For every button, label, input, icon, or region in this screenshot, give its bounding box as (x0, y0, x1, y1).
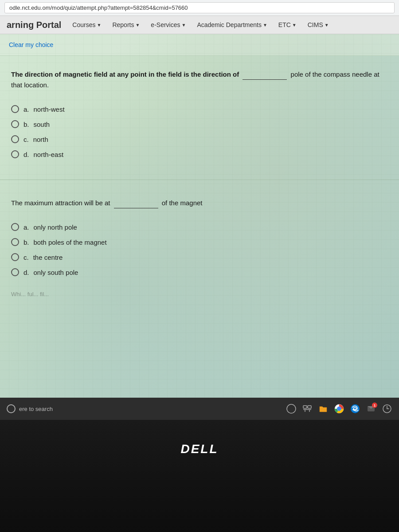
radio-q2-d[interactable] (11, 268, 19, 276)
option-text-q1-d: north-east (34, 151, 64, 158)
option-letter-q1-a: a. (23, 106, 29, 113)
question1-blank (243, 79, 287, 80)
option-text-q2-a: only north pole (34, 223, 77, 231)
taskbar-icons: 1 (286, 403, 392, 414)
question1-section: The direction of magnetic field at any p… (0, 56, 399, 171)
nav-courses-label: Courses (72, 21, 95, 28)
option-text-q1-b: south (34, 121, 50, 128)
option-letter-q2-a: a. (23, 223, 29, 231)
clock-icon[interactable] (382, 403, 392, 414)
svg-rect-2 (308, 406, 311, 408)
question2-section: The maximum attraction will be at of the… (0, 189, 399, 289)
search-placeholder[interactable]: ere to search (19, 406, 53, 412)
svg-point-9 (351, 404, 360, 413)
option-letter-q1-c: c. (23, 136, 29, 143)
svg-point-0 (287, 404, 296, 413)
radio-q1-d[interactable] (11, 150, 19, 158)
svg-rect-3 (303, 409, 311, 410)
question1-options: a. north-west b. south c. north d. north… (11, 102, 388, 162)
nav-item-reports[interactable]: Reports ▼ (108, 20, 144, 30)
dell-logo-text: DELL (180, 442, 218, 456)
nav-item-etc[interactable]: ETC ▼ (274, 20, 301, 30)
radio-q1-a[interactable] (11, 105, 19, 113)
nav-item-academic[interactable]: Academic Departments ▼ (192, 20, 271, 30)
option-text-q2-d: only south pole (34, 269, 78, 276)
nav-item-eservices[interactable]: e-Services ▼ (146, 20, 190, 30)
clear-choice-area: Clear my choice (0, 34, 399, 56)
edge-icon[interactable] (350, 403, 360, 414)
nav-courses-arrow: ▼ (97, 23, 102, 27)
radio-q2-a[interactable] (11, 223, 19, 231)
nav-cims-label: CIMS (308, 21, 323, 28)
nav-reports-arrow: ▼ (135, 23, 140, 27)
nav-academic-label: Academic Departments (197, 21, 262, 28)
file-explorer-icon[interactable] (318, 403, 329, 414)
radio-q1-c[interactable] (11, 135, 19, 143)
nav-etc-label: ETC (278, 21, 291, 28)
option-letter-q2-b: b. (23, 239, 29, 246)
question2-text: The maximum attraction will be at of the… (11, 198, 388, 208)
option-letter-q1-d: d. (23, 151, 29, 158)
windows-search-icon[interactable] (286, 403, 297, 414)
option-text-q2-c: the centre (33, 254, 63, 261)
nav-item-cims[interactable]: CIMS ▼ (303, 20, 333, 30)
option-letter-q1-b: b. (23, 121, 29, 128)
option-text-q2-b: both poles of the magnet (34, 239, 107, 246)
content-area: Clear my choice The direction of magneti… (0, 34, 399, 398)
question-divider (0, 180, 399, 180)
nav-etc-arrow: ▼ (292, 23, 297, 27)
list-item[interactable]: d. north-east (11, 147, 388, 162)
svg-rect-1 (303, 406, 307, 408)
notification-badge: 1 (372, 403, 377, 408)
chrome-icon[interactable] (334, 403, 344, 414)
option-text-q1-a: north-west (34, 106, 65, 113)
question2-blank (114, 208, 158, 208)
question2-text-end: of the magnet (162, 199, 203, 207)
nav-eservices-arrow: ▼ (181, 23, 186, 27)
question1-text: The direction of magnetic field at any p… (11, 69, 388, 90)
taskbar: ere to search (0, 398, 399, 420)
task-view-icon[interactable] (302, 403, 313, 414)
nav-eservices-label: e-Services (151, 21, 180, 28)
search-area: ere to search (7, 404, 53, 413)
list-item[interactable]: b. south (11, 117, 388, 132)
clear-choice-button[interactable]: Clear my choice (9, 41, 53, 48)
partial-text-content: Whi... ful... fil... (11, 291, 49, 297)
site-brand: arning Portal (7, 20, 61, 30)
desk-area: DELL (0, 420, 399, 532)
list-item[interactable]: b. both poles of the magnet (11, 235, 388, 250)
notification-icon[interactable]: 1 (366, 403, 376, 414)
nav-cims-arrow: ▼ (325, 23, 329, 27)
list-item[interactable]: a. north-west (11, 102, 388, 117)
nav-bar: arning Portal Courses ▼ Reports ▼ e-Serv… (0, 16, 399, 34)
dell-logo: DELL (180, 442, 218, 456)
question2-text-main: The maximum attraction will be at (11, 199, 110, 207)
radio-q2-b[interactable] (11, 238, 19, 246)
radio-q1-b[interactable] (11, 120, 19, 128)
question2-options: a. only north pole b. both poles of the … (11, 219, 388, 280)
list-item[interactable]: c. north (11, 132, 388, 147)
nav-reports-label: Reports (112, 21, 134, 28)
nav-item-courses[interactable]: Courses ▼ (68, 20, 106, 30)
address-bar[interactable]: odle.nct.edu.om/mod/quiz/attempt.php?att… (4, 2, 395, 13)
nav-academic-arrow: ▼ (263, 23, 267, 27)
partial-text: Whi... ful... fil... (0, 289, 399, 300)
radio-q2-c[interactable] (11, 253, 19, 261)
list-item[interactable]: c. the centre (11, 250, 388, 265)
svg-point-8 (338, 407, 340, 410)
option-letter-q2-d: d. (23, 269, 29, 276)
option-letter-q2-c: c. (23, 254, 29, 261)
list-item[interactable]: d. only south pole (11, 265, 388, 280)
browser-chrome: odle.nct.edu.om/mod/quiz/attempt.php?att… (0, 0, 399, 16)
list-item[interactable]: a. only north pole (11, 219, 388, 235)
search-icon (7, 404, 16, 413)
option-text-q1-c: north (33, 136, 48, 143)
question1-text-main: The direction of magnetic field at any p… (11, 70, 239, 78)
